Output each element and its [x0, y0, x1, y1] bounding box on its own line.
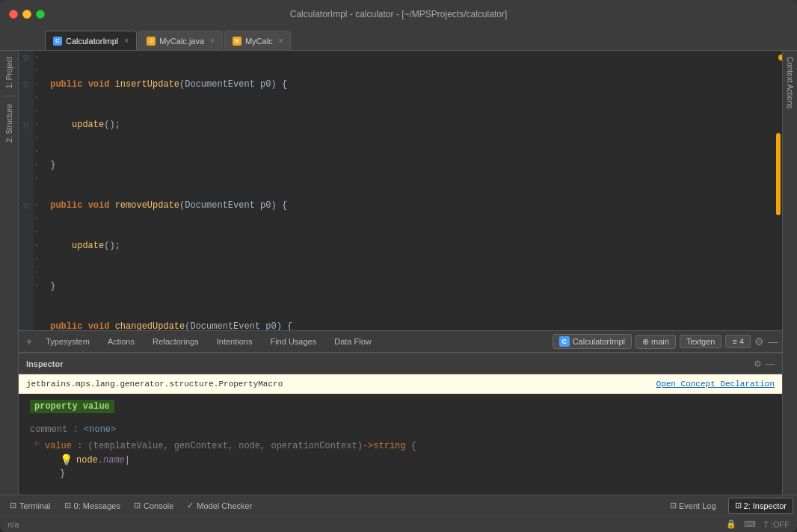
inspector-header: Inspector ⚙ — [19, 353, 782, 374]
textgen-chip[interactable]: Textgen [680, 335, 722, 348]
tab-icon-c: C [53, 37, 62, 46]
comment-value: <none> [84, 424, 116, 435]
property-value-label: property value [30, 400, 114, 413]
add-tab-button[interactable]: + [22, 335, 36, 347]
inspector-tab-label: 2: Inspector [744, 501, 787, 510]
gutter-item-18 [19, 279, 34, 293]
chip-calculatorimpl-label: CalculatorImpl [573, 337, 625, 346]
gutter-fold-6: ▽ [19, 118, 34, 132]
tab-actions[interactable]: Actions [99, 332, 143, 350]
gutter-fold-12: ▽ [19, 199, 34, 212]
code-line-5: update(); [50, 239, 775, 253]
tab-console[interactable]: ⊡ Console [128, 498, 179, 514]
value-name-text: name [103, 455, 125, 466]
value-line: value : (templateValue, genContext, node… [45, 439, 771, 454]
scrollbar-indicator [776, 133, 781, 215]
tab-terminal[interactable]: ⊡ Terminal [4, 498, 57, 514]
tab-icon-n: N [233, 37, 241, 46]
main-area: 1: Project 2: Structure ▽ ▽ ▽ [0, 51, 797, 495]
tab-close-mycalc-java[interactable]: × [210, 37, 215, 45]
toolbar-right: C CalculatorImpl ⊕ main Textgen ≡ 4 ⚙ — [553, 334, 778, 349]
gutter-item-16 [19, 253, 34, 266]
titlebar: CalculatorImpl - calculator - [~/MPSProj… [0, 0, 797, 28]
inspector-actions: ⚙ — [754, 359, 775, 369]
tab-find-usages[interactable]: Find Usages [262, 332, 324, 350]
open-concept-link[interactable]: Open Concept Declaration [656, 380, 775, 389]
tab-messages[interactable]: ⊡ 0: Messages [58, 498, 126, 514]
event-log-tab[interactable]: ⊡ Event Log [664, 498, 722, 514]
status-lock-icon: 🔒 [726, 519, 736, 529]
tab-mycalc[interactable]: N MyCalc × [224, 31, 292, 50]
code-content[interactable]: public void insertUpdate(DocumentEvent p… [43, 51, 782, 330]
tab-intentions[interactable]: Intentions [209, 332, 261, 350]
value-close-brace: } [60, 468, 65, 479]
inspector-value-block: ▷ value : (templateValue, genContext, no… [30, 439, 771, 481]
chip-textgen-label: Textgen [686, 337, 716, 346]
chip-main-label: ⊕ main [642, 337, 669, 347]
status-t-off[interactable]: T :OFF [763, 520, 790, 529]
main-chip[interactable]: ⊕ main [636, 335, 676, 349]
terminal-icon: ⊡ [10, 501, 16, 510]
console-icon: ⊡ [134, 501, 141, 510]
property-value-block: property value [30, 400, 771, 418]
gutter-item-5 [19, 105, 34, 118]
sidebar-item-structure[interactable]: 2: Structure [2, 98, 16, 149]
inspector-close-icon[interactable]: — [768, 335, 778, 347]
tab-data-flow[interactable]: Data Flow [326, 332, 380, 350]
tab-refactorings[interactable]: Refactorings [144, 332, 207, 350]
inspector-path-bar: jetbrains.mps.lang.generator.structure.P… [19, 374, 782, 394]
model-checker-icon: ✓ [187, 501, 194, 510]
tab-actions-label: Actions [108, 337, 135, 346]
value-keyword: value [45, 441, 72, 451]
status-keyboard-icon[interactable]: ⌨ [744, 519, 756, 529]
minimize-button[interactable] [22, 10, 31, 19]
code-line-2: update(); [50, 118, 775, 132]
tab-data-flow-label: Data Flow [334, 337, 372, 346]
code-line-1: public void insertUpdate(DocumentEvent p… [50, 78, 775, 91]
messages-label: 0: Messages [74, 501, 120, 510]
inspector-content[interactable]: property value comment : <none> ▷ [19, 394, 782, 495]
inspector-gear-icon[interactable]: ⚙ [754, 359, 762, 369]
value-content: value : (templateValue, genContext, node… [45, 439, 771, 481]
right-sidebar: Context Actions [782, 51, 797, 495]
overflow-label: ≡ 4 [732, 337, 744, 346]
bulb-icon: 💡 [60, 454, 73, 466]
sidebar-item-project[interactable]: 1: Project [2, 51, 16, 94]
gutter-item-8 [19, 145, 34, 158]
cursor-indicator: | [125, 455, 130, 466]
traffic-lights [9, 10, 45, 19]
inspector-settings-icon[interactable]: ⚙ [754, 335, 764, 347]
console-label: Console [144, 501, 173, 510]
overflow-button[interactable]: ≡ 4 [725, 335, 751, 348]
code-line-6: } [50, 279, 775, 293]
code-line-4: public void removeUpdate(DocumentEvent p… [50, 199, 775, 212]
tab-calculatorimpl[interactable]: C CalculatorImpl × [45, 31, 137, 50]
tab-label-calculatorimpl: CalculatorImpl [66, 37, 118, 46]
gutter-fold-1: ▽ [19, 51, 34, 64]
value-node-text: node [76, 455, 98, 466]
tab-mycalc-java[interactable]: J MyCalc.java × [138, 31, 223, 50]
tab-close-mycalc[interactable]: × [279, 37, 283, 45]
tab-model-checker[interactable]: ✓ Model Checker [181, 498, 258, 514]
tab-typesystem[interactable]: Typesystem [37, 332, 98, 350]
inspector-minimize-icon[interactable]: — [766, 359, 775, 369]
calculator-impl-chip[interactable]: C CalculatorImpl [553, 334, 632, 349]
tab-typesystem-label: Typesystem [46, 337, 90, 346]
inspector-comment-line: comment : <none> [30, 422, 771, 437]
context-actions-label[interactable]: Context Actions [783, 51, 797, 114]
inspector-path-text: jetbrains.mps.lang.generator.structure.P… [26, 380, 283, 389]
model-checker-label: Model Checker [197, 501, 252, 510]
gutter-item-4 [19, 91, 34, 105]
value-body-line: 💡 node.name| [60, 454, 771, 466]
inspector-panel: Inspector ⚙ — jetbrains.mps.lang.generat… [19, 353, 782, 495]
status-right: 🔒 ⌨ T :OFF [726, 519, 790, 529]
gutter-item-7 [19, 132, 34, 145]
gutter-item-11 [19, 185, 34, 199]
messages-icon: ⊡ [64, 501, 71, 510]
inspector-tab[interactable]: ⊡ 2: Inspector [728, 498, 793, 514]
close-button[interactable] [9, 10, 18, 19]
gutter-item-13 [19, 212, 34, 226]
maximize-button[interactable] [36, 10, 45, 19]
tab-close-calculatorimpl[interactable]: × [124, 37, 129, 45]
code-editor[interactable]: ▽ ▽ ▽ ▽ [19, 51, 782, 330]
